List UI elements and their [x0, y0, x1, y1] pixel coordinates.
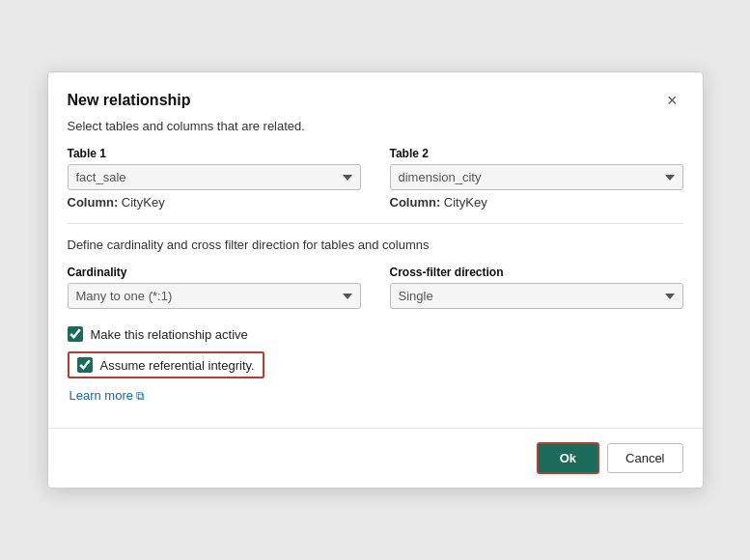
cardinality-dropdown[interactable]: Many to one (*:1)One to many (1:*)One to…: [68, 283, 361, 309]
table2-column-value: CityKey: [444, 195, 487, 210]
dialog-footer: Ok Cancel: [48, 428, 703, 488]
cancel-button[interactable]: Cancel: [607, 443, 682, 473]
table1-dropdown[interactable]: fact_sale: [68, 164, 361, 190]
section-divider: [68, 223, 683, 224]
crossfilter-section: Cross-filter direction SingleBoth: [390, 266, 683, 309]
integrity-box: Assume referential integrity.: [68, 351, 264, 378]
new-relationship-dialog: New relationship × Select tables and col…: [47, 71, 704, 489]
active-checkbox-row: Make this relationship active: [68, 326, 683, 342]
learn-more-row: Learn more ⧉: [68, 388, 683, 403]
integrity-checkbox[interactable]: [77, 357, 93, 373]
table1-column-label: Column:: [68, 195, 119, 210]
cardinality-description: Define cardinality and cross filter dire…: [68, 238, 683, 252]
crossfilter-label: Cross-filter direction: [390, 266, 683, 279]
table1-section: Table 1 fact_sale Column: CityKey: [68, 147, 361, 210]
table2-dropdown[interactable]: dimension_city: [390, 164, 683, 190]
table2-label: Table 2: [390, 147, 683, 160]
dialog-header: New relationship ×: [48, 72, 703, 119]
table1-label: Table 1: [68, 147, 361, 160]
tables-row: Table 1 fact_sale Column: CityKey Table …: [68, 147, 683, 210]
cardinality-section: Cardinality Many to one (*:1)One to many…: [68, 266, 361, 309]
crossfilter-dropdown[interactable]: SingleBoth: [390, 283, 683, 309]
learn-more-label: Learn more: [69, 388, 133, 403]
dialog-title: New relationship: [68, 92, 191, 109]
integrity-checkbox-label: Assume referential integrity.: [100, 358, 255, 373]
table2-column-info: Column: CityKey: [390, 195, 683, 210]
dialog-body: Table 1 fact_sale Column: CityKey Table …: [48, 147, 703, 428]
close-button[interactable]: ×: [661, 90, 683, 111]
active-checkbox[interactable]: [68, 326, 83, 342]
external-link-icon: ⧉: [136, 389, 145, 403]
table1-column-value: CityKey: [122, 195, 165, 210]
ok-button[interactable]: Ok: [537, 442, 599, 474]
integrity-checkbox-row: Assume referential integrity.: [68, 351, 683, 378]
table2-column-label: Column:: [390, 195, 441, 210]
table2-section: Table 2 dimension_city Column: CityKey: [390, 147, 683, 210]
cardinality-label: Cardinality: [68, 266, 361, 279]
table1-column-info: Column: CityKey: [68, 195, 361, 210]
active-checkbox-label: Make this relationship active: [91, 327, 248, 342]
dialog-subtitle: Select tables and columns that are relat…: [48, 119, 703, 147]
learn-more-link[interactable]: Learn more ⧉: [69, 388, 145, 403]
cardinality-row: Cardinality Many to one (*:1)One to many…: [68, 266, 683, 309]
